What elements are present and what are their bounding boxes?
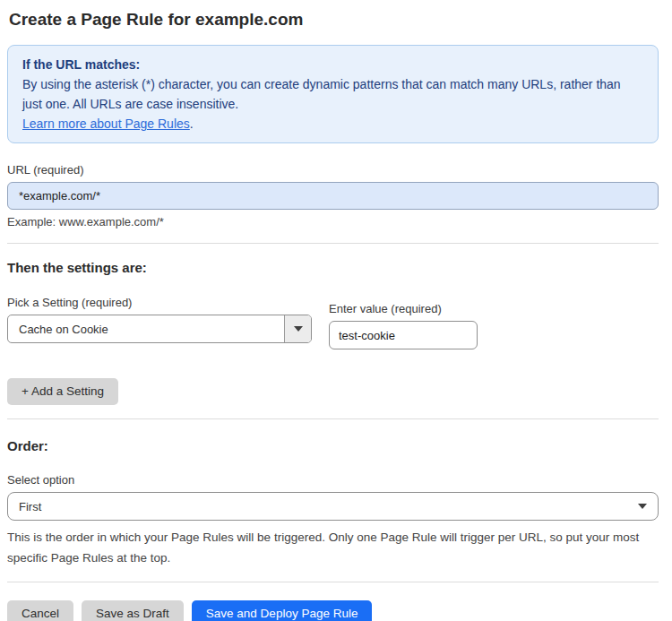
setting-value-input[interactable] [329, 321, 478, 349]
cancel-button[interactable]: Cancel [7, 600, 73, 621]
link-suffix: . [190, 116, 194, 131]
settings-heading: Then the settings are: [7, 259, 659, 276]
add-setting-button[interactable]: + Add a Setting [7, 378, 118, 405]
url-match-info-box: If the URL matches: By using the asteris… [7, 45, 659, 143]
divider [7, 243, 659, 244]
value-column: Enter value (required) [329, 302, 478, 349]
page-rule-form: Create a Page Rule for example.com If th… [0, 0, 672, 621]
info-box-heading: If the URL matches: [22, 55, 643, 74]
divider [7, 418, 659, 419]
order-select-value: First [19, 500, 638, 513]
info-box-link-line: Learn more about Page Rules. [22, 114, 643, 134]
caret-down-icon [638, 504, 647, 509]
order-help-text: This is the order in which your Page Rul… [7, 527, 659, 568]
save-draft-button[interactable]: Save as Draft [82, 600, 184, 621]
caret-down-icon [294, 326, 303, 332]
divider [7, 582, 659, 582]
value-label: Enter value (required) [329, 302, 478, 316]
url-input[interactable] [7, 182, 659, 210]
form-actions: Cancel Save as Draft Save and Deploy Pag… [7, 600, 659, 621]
setting-label: Pick a Setting (required) [7, 296, 312, 310]
setting-column: Pick a Setting (required) Cache on Cooki… [7, 296, 312, 343]
order-heading: Order: [7, 437, 659, 454]
url-label: URL (required) [7, 163, 659, 177]
setting-select[interactable]: Cache on Cookie [7, 315, 312, 343]
info-box-body: By using the asterisk (*) character, you… [22, 74, 643, 114]
url-helper-text: Example: www.example.com/* [7, 215, 659, 229]
settings-row: Pick a Setting (required) Cache on Cooki… [7, 296, 659, 349]
setting-select-arrow-box[interactable] [284, 315, 311, 342]
order-select[interactable]: First [7, 492, 659, 521]
setting-select-value: Cache on Cookie [8, 315, 284, 342]
learn-more-link[interactable]: Learn more about Page Rules [22, 116, 190, 131]
save-deploy-button[interactable]: Save and Deploy Page Rule [192, 600, 373, 621]
page-title: Create a Page Rule for example.com [7, 9, 659, 30]
order-select-label: Select option [7, 473, 659, 487]
